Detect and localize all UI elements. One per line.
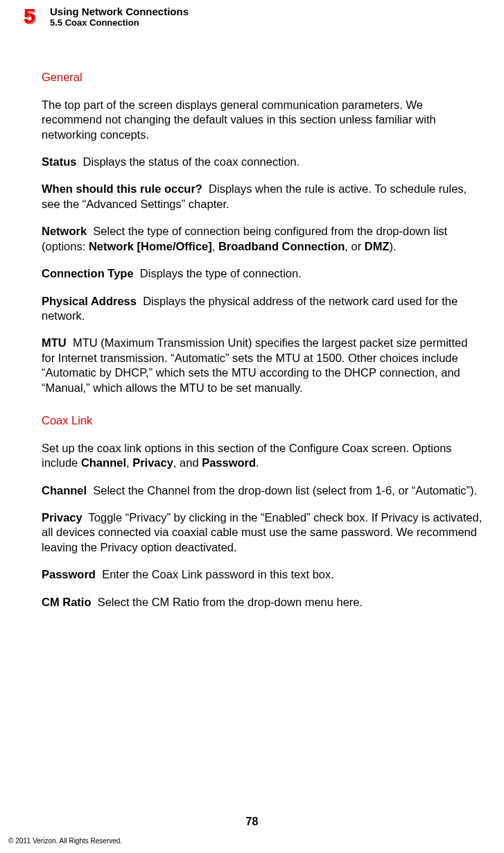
status-body: Displays the status of the coax connecti… bbox=[83, 155, 300, 168]
section-number: 5.5 Coax Connection bbox=[50, 18, 189, 28]
cmratio-body: Select the CM Ratio from the drop-down m… bbox=[98, 596, 363, 608]
network-body-post: ). bbox=[390, 240, 397, 252]
conntype-body: Displays the type of connection. bbox=[140, 267, 302, 279]
cmratio-label: CM Ratio bbox=[42, 596, 92, 608]
channel-label: Channel bbox=[42, 484, 87, 497]
copyright-text: © 2011 Verizon. All Rights Reserved. bbox=[8, 837, 122, 845]
rule-para: When should this rule occur? Displays wh… bbox=[42, 182, 483, 212]
general-intro: The top part of the screen displays gene… bbox=[42, 98, 483, 142]
password-body: Enter the Coax Link password in this tex… bbox=[102, 568, 334, 580]
network-opt1: Network [Home/Office] bbox=[89, 240, 212, 252]
physaddr-para: Physical Address Displays the physical a… bbox=[42, 294, 483, 324]
privacy-para: Privacy Toggle “Privacy” by clicking in … bbox=[42, 510, 483, 555]
page-number: 78 bbox=[0, 816, 504, 828]
network-para: Network Select the type of connection be… bbox=[42, 224, 483, 254]
network-label: Network bbox=[42, 225, 87, 237]
svg-text:5: 5 bbox=[24, 6, 35, 27]
conntype-para: Connection Type Displays the type of con… bbox=[42, 266, 483, 281]
conntype-label: Connection Type bbox=[42, 267, 134, 279]
channel-body: Select the Channel from the drop-down li… bbox=[93, 484, 477, 497]
rule-label: When should this rule occur? bbox=[42, 182, 202, 195]
coax-intro: Set up the coax link options in this sec… bbox=[42, 441, 483, 471]
section-heading-general: General bbox=[42, 70, 483, 85]
cmratio-para: CM Ratio Select the CM Ratio from the dr… bbox=[42, 595, 483, 610]
status-para: Status Displays the status of the coax c… bbox=[42, 155, 483, 169]
network-sep2: , or bbox=[345, 240, 364, 252]
mtu-body: MTU (Maximum Transmission Unit) specifie… bbox=[42, 336, 467, 393]
network-opt3: DMZ bbox=[365, 240, 390, 252]
mtu-label: MTU bbox=[42, 336, 67, 349]
coax-intro-b2: Privacy bbox=[132, 456, 173, 469]
coax-intro-s2: , and bbox=[173, 456, 202, 469]
privacy-body: Toggle “Privacy” by clicking in the “Ena… bbox=[42, 511, 482, 553]
chapter-number: 5 5 bbox=[24, 6, 42, 28]
header-titles: Using Network Connections 5.5 Coax Conne… bbox=[50, 6, 189, 28]
password-label: Password bbox=[42, 568, 96, 580]
mtu-para: MTU MTU (Maximum Transmission Unit) spec… bbox=[42, 336, 483, 395]
physaddr-label: Physical Address bbox=[42, 295, 137, 307]
coax-intro-b1: Channel bbox=[81, 456, 126, 469]
chapter-title: Using Network Connections bbox=[50, 6, 189, 17]
network-sep1: , bbox=[212, 240, 218, 252]
coax-intro-post: . bbox=[256, 456, 259, 469]
coax-intro-s1: , bbox=[126, 456, 132, 469]
status-label: Status bbox=[42, 155, 76, 168]
section-heading-coax: Coax Link bbox=[42, 413, 483, 428]
page-header: 5 5 Using Network Connections 5.5 Coax C… bbox=[0, 0, 504, 28]
privacy-label: Privacy bbox=[42, 511, 82, 524]
coax-intro-b3: Password bbox=[202, 456, 256, 469]
page-content: General The top part of the screen displ… bbox=[0, 28, 504, 610]
channel-para: Channel Select the Channel from the drop… bbox=[42, 483, 483, 498]
network-opt2: Broadband Connection bbox=[218, 240, 345, 252]
password-para: Password Enter the Coax Link password in… bbox=[42, 567, 483, 582]
